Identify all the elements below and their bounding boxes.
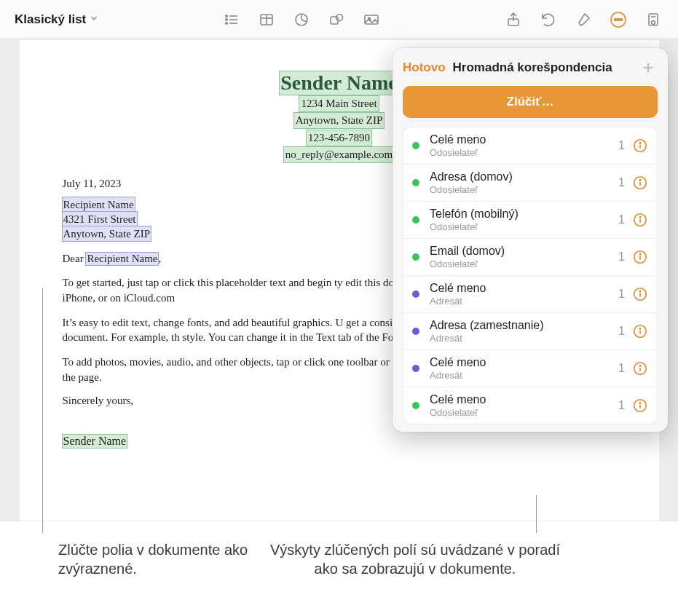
svg-point-26 bbox=[639, 143, 640, 143]
shape-icon[interactable] bbox=[320, 7, 352, 33]
status-dot-icon bbox=[412, 291, 419, 298]
svg-point-2 bbox=[225, 22, 226, 23]
document-options-icon[interactable] bbox=[637, 7, 669, 33]
svg-rect-10 bbox=[331, 17, 338, 24]
merge-button[interactable]: Zlúčiť… bbox=[403, 86, 658, 118]
callout-connector bbox=[42, 288, 43, 533]
format-brush-icon[interactable] bbox=[567, 7, 599, 33]
info-icon[interactable] bbox=[632, 212, 648, 228]
merge-field-recipient-name[interactable]: Recipient Name bbox=[63, 197, 135, 212]
svg-point-20 bbox=[652, 20, 655, 24]
field-name: Celé meno bbox=[430, 133, 611, 146]
info-icon[interactable] bbox=[632, 138, 648, 154]
merge-field-row[interactable]: Celé menoAdresát1 bbox=[403, 276, 657, 313]
field-name: Adresa (zamestnanie) bbox=[430, 319, 611, 332]
field-count: 1 bbox=[618, 399, 625, 412]
mail-merge-panel: Hotovo Hromadná korešpondencia Zlúčiť… C… bbox=[393, 48, 668, 432]
merge-field-row[interactable]: Celé menoOdosielateľ1 bbox=[403, 127, 657, 165]
merge-field-row[interactable]: Email (domov)Odosielateľ1 bbox=[403, 239, 657, 276]
field-name: Celé meno bbox=[430, 282, 611, 295]
field-count: 1 bbox=[618, 362, 625, 375]
svg-point-17 bbox=[618, 18, 620, 20]
svg-point-32 bbox=[639, 217, 640, 218]
field-name: Celé meno bbox=[430, 393, 611, 406]
field-name: Email (domov) bbox=[430, 245, 611, 258]
doc-title-dropdown[interactable]: Klasický list bbox=[9, 7, 105, 32]
chart-icon[interactable] bbox=[285, 7, 318, 33]
bullet-list-icon[interactable] bbox=[216, 7, 248, 33]
info-icon[interactable] bbox=[632, 175, 648, 191]
svg-point-44 bbox=[639, 366, 640, 366]
status-dot-icon bbox=[412, 402, 419, 409]
svg-point-47 bbox=[639, 403, 640, 403]
field-name: Adresa (domov) bbox=[430, 170, 611, 183]
more-icon[interactable] bbox=[602, 7, 634, 33]
field-name: Celé meno bbox=[430, 356, 611, 369]
info-icon[interactable] bbox=[632, 360, 648, 376]
merge-field-row[interactable]: Adresa (domov)Odosielateľ1 bbox=[403, 165, 657, 202]
merge-field-row[interactable]: Telefón (mobilný)Odosielateľ1 bbox=[403, 202, 657, 239]
undo-icon[interactable] bbox=[532, 7, 564, 33]
field-sub: Odosielateľ bbox=[430, 147, 611, 158]
field-count: 1 bbox=[618, 250, 625, 264]
chevron-down-icon bbox=[89, 13, 99, 26]
info-icon[interactable] bbox=[632, 249, 648, 265]
media-icon[interactable] bbox=[355, 7, 387, 33]
status-dot-icon bbox=[412, 179, 419, 186]
status-dot-icon bbox=[412, 328, 419, 335]
svg-point-35 bbox=[639, 254, 640, 255]
status-dot-icon bbox=[412, 253, 419, 261]
merge-field-sender-name[interactable]: Sender Name bbox=[280, 71, 398, 95]
field-sub: Odosielateľ bbox=[430, 407, 611, 418]
info-icon[interactable] bbox=[632, 286, 648, 302]
field-count: 1 bbox=[618, 325, 625, 338]
status-dot-icon bbox=[412, 216, 419, 224]
merge-field-salutation-name[interactable]: Recipient Name bbox=[86, 253, 158, 265]
svg-point-0 bbox=[225, 15, 226, 16]
svg-point-1 bbox=[225, 18, 226, 20]
status-dot-icon bbox=[412, 365, 419, 372]
svg-point-18 bbox=[620, 18, 623, 20]
doc-title: Klasický list bbox=[15, 12, 86, 27]
field-name: Telefón (mobilný) bbox=[430, 208, 611, 221]
merge-field-row[interactable]: Adresa (zamestnanie)Adresát1 bbox=[403, 313, 657, 350]
caption-right: Výskyty zlúčených polí sú uvádzané v por… bbox=[262, 540, 568, 578]
field-sub: Adresát bbox=[430, 296, 611, 307]
done-button[interactable]: Hotovo bbox=[403, 60, 446, 75]
table-icon[interactable] bbox=[251, 7, 283, 33]
caption-left: Zlúčte polia v dokumente ako zvýraznené. bbox=[58, 540, 277, 578]
field-sub: Adresát bbox=[430, 370, 611, 381]
merge-field-list: Celé menoOdosielateľ1Adresa (domov)Odosi… bbox=[403, 127, 658, 425]
svg-point-16 bbox=[615, 18, 617, 20]
field-count: 1 bbox=[618, 139, 625, 152]
merge-field-recipient-addr1[interactable]: 4321 First Street bbox=[63, 212, 137, 226]
toolbar: Klasický list bbox=[0, 0, 678, 39]
merge-field-recipient-addr2[interactable]: Anytown, State ZIP bbox=[63, 226, 151, 241]
svg-point-38 bbox=[639, 291, 640, 292]
share-icon[interactable] bbox=[497, 7, 529, 33]
svg-point-29 bbox=[639, 180, 640, 181]
field-count: 1 bbox=[618, 176, 625, 189]
field-count: 1 bbox=[618, 288, 625, 301]
add-field-button[interactable] bbox=[639, 58, 658, 77]
merge-field-sender-phone[interactable]: 123-456-7890 bbox=[307, 130, 371, 146]
field-sub: Odosielateľ bbox=[430, 184, 611, 195]
status-dot-icon bbox=[412, 142, 419, 149]
merge-field-sender-addr1[interactable]: 1234 Main Street bbox=[299, 96, 378, 111]
svg-rect-19 bbox=[649, 14, 658, 25]
info-icon[interactable] bbox=[632, 398, 648, 414]
info-icon[interactable] bbox=[632, 323, 648, 339]
merge-field-row[interactable]: Celé menoOdosielateľ1 bbox=[403, 387, 657, 424]
merge-field-signature[interactable]: Sender Name bbox=[63, 435, 127, 448]
svg-point-41 bbox=[639, 328, 640, 329]
merge-field-row[interactable]: Celé menoAdresát1 bbox=[403, 350, 657, 387]
field-sub: Odosielateľ bbox=[430, 221, 611, 232]
field-sub: Odosielateľ bbox=[430, 258, 611, 269]
captions: Zlúčte polia v dokumente ako zvýraznené.… bbox=[0, 523, 678, 610]
panel-title: Hromadná korešpondencia bbox=[453, 60, 612, 75]
merge-field-sender-email[interactable]: no_reply@example.com bbox=[284, 147, 395, 162]
field-count: 1 bbox=[618, 213, 625, 226]
merge-field-sender-addr2[interactable]: Anytown, State ZIP bbox=[294, 113, 385, 128]
field-sub: Adresát bbox=[430, 333, 611, 344]
